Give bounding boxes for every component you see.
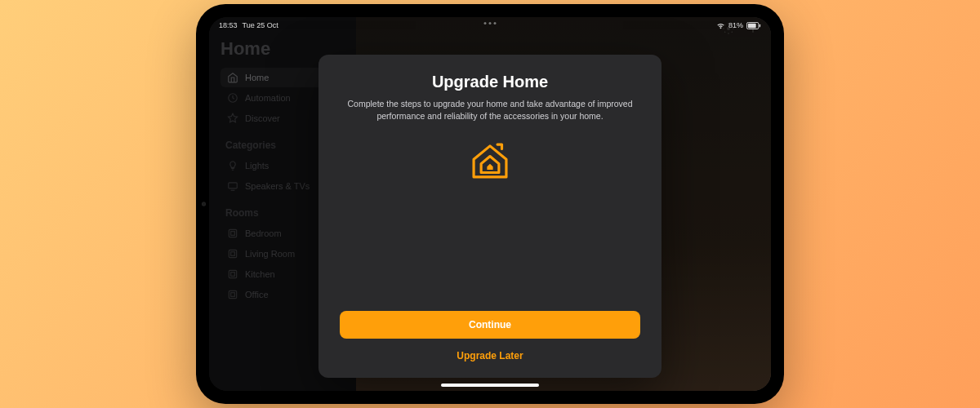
battery-percent: 81% xyxy=(728,21,743,29)
modal-body: Complete the steps to upgrade your home … xyxy=(318,98,662,122)
multitask-dots[interactable] xyxy=(484,22,497,24)
continue-button[interactable]: Continue xyxy=(340,311,640,339)
home-indicator[interactable] xyxy=(441,384,539,387)
status-time: 18:53 xyxy=(219,21,238,29)
status-bar: 18:53 Tue 25 Oct 81% xyxy=(209,17,771,33)
upgrade-modal: Upgrade Home Complete the steps to upgra… xyxy=(318,55,662,378)
home-upgrade-icon xyxy=(466,137,514,184)
wifi-icon xyxy=(716,22,725,29)
status-date: Tue 25 Oct xyxy=(243,21,278,29)
upgrade-later-button[interactable]: Upgrade Later xyxy=(340,347,640,365)
battery-icon xyxy=(746,22,761,29)
svg-rect-2 xyxy=(760,24,760,27)
modal-title: Upgrade Home xyxy=(318,73,662,91)
camera-dot xyxy=(202,202,206,206)
screen: 18:53 Tue 25 Oct 81% Home Home Auto xyxy=(209,17,771,391)
svg-rect-1 xyxy=(748,23,756,27)
ipad-frame: 18:53 Tue 25 Oct 81% Home Home Auto xyxy=(196,4,784,404)
